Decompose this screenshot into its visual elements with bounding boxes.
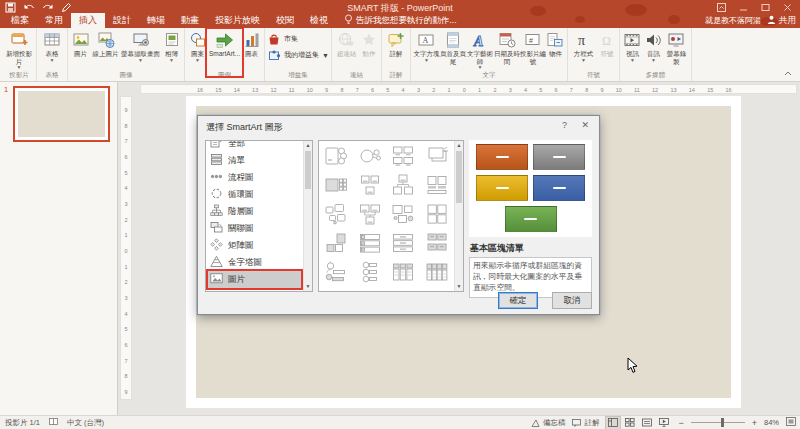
smartart-layout-thumb-stub[interactable]: [423, 289, 452, 292]
tab-插入[interactable]: 插入: [71, 13, 105, 28]
category-金字塔圖[interactable]: 金字塔圖: [206, 254, 303, 271]
smartart-layout-thumb-circle-rel[interactable]: [356, 144, 385, 168]
slide-thumbnail[interactable]: [13, 86, 110, 142]
smartart-layout-thumb-monitor[interactable]: [423, 144, 452, 168]
smartart-layout-thumb-tiles[interactable]: [423, 231, 452, 255]
tab-轉場[interactable]: 轉場: [139, 13, 173, 28]
share-button[interactable]: 共用: [767, 15, 796, 27]
smartart-layout-thumb-pic-block[interactable]: [322, 173, 351, 197]
zoom-in-icon[interactable]: +: [752, 418, 757, 428]
ribbon-display-options-icon[interactable]: [710, 0, 732, 14]
collapse-ribbon-icon[interactable]: [784, 69, 792, 78]
proofing-icon[interactable]: [49, 417, 58, 428]
smartart-layout-thumb-stub[interactable]: [322, 289, 351, 292]
video-button[interactable]: 視訊▼: [622, 29, 643, 71]
category-關聯圖[interactable]: 關聯圖: [206, 220, 303, 237]
smartart-layout-thumb-tree-down[interactable]: [356, 202, 385, 226]
help-icon[interactable]: ?: [562, 120, 567, 130]
category-scrollbar[interactable]: ▲ ▼: [303, 141, 312, 291]
slide-indicator[interactable]: 投影片 1/1: [5, 418, 40, 428]
scroll-down-icon[interactable]: ▼: [455, 282, 463, 291]
chart-button[interactable]: 圖表: [241, 29, 262, 71]
zoom-slider[interactable]: [691, 422, 745, 423]
smartart-layout-thumb-row-list[interactable]: [356, 231, 385, 255]
scroll-down-icon[interactable]: ▼: [304, 282, 312, 291]
photo-album-button[interactable]: 相簿▼: [161, 29, 182, 71]
zoom-level[interactable]: 84%: [764, 418, 779, 427]
store-button[interactable]: 市集: [267, 32, 329, 46]
new-slide-button[interactable]: 新增投影片▼: [4, 29, 34, 71]
category-矩陣圖[interactable]: 矩陣圖: [206, 237, 303, 254]
tab-設計[interactable]: 設計: [105, 13, 139, 28]
category-階層圖[interactable]: 階層圖: [206, 203, 303, 220]
gallery-scrollbar[interactable]: ▲ ▼: [454, 141, 463, 291]
undo-icon[interactable]: [23, 2, 35, 12]
smartart-layout-thumb-grid2x2[interactable]: [423, 202, 452, 226]
object-button[interactable]: 物件: [546, 29, 565, 71]
smartart-button[interactable]: SmartArt...: [208, 29, 241, 71]
tab-投影片放映[interactable]: 投影片放映: [207, 13, 268, 28]
smartart-layout-thumb-stub[interactable]: [389, 289, 418, 292]
view-normal-button[interactable]: [606, 417, 620, 429]
smartart-layout-thumb-l-blocks[interactable]: [322, 231, 351, 255]
slide-number-button[interactable]: #投影片編號: [520, 29, 546, 71]
picture-button[interactable]: 圖片: [70, 29, 91, 71]
save-icon[interactable]: [5, 2, 16, 13]
category-流程圖[interactable]: 流程圖: [206, 169, 303, 186]
smartart-layout-thumb-two-pane[interactable]: [423, 173, 452, 197]
redo-icon[interactable]: [42, 2, 54, 12]
notes-button[interactable]: 備忘稿: [531, 418, 566, 428]
category-清單[interactable]: 清單: [206, 152, 303, 169]
view-reading-button[interactable]: [640, 417, 654, 429]
smartart-layout-thumb-bubbles[interactable]: [322, 202, 351, 226]
close-icon[interactable]: ✕: [581, 120, 589, 130]
screen-recording-button[interactable]: 螢幕錄製: [664, 29, 689, 71]
category-圖片[interactable]: 圖片: [206, 271, 303, 288]
smartart-layout-thumb-person-flow[interactable]: [322, 260, 351, 284]
smartart-layout-thumb-stub[interactable]: [356, 289, 385, 292]
language-indicator[interactable]: 中文 (台灣): [67, 418, 104, 428]
comment-button[interactable]: 註解: [384, 29, 408, 71]
tab-校閱[interactable]: 校閱: [268, 13, 302, 28]
zoom-out-icon[interactable]: −: [678, 418, 683, 428]
my-addins-button[interactable]: 我的增益集▼: [267, 48, 329, 62]
scroll-up-icon[interactable]: ▲: [455, 141, 463, 150]
maximize-icon[interactable]: [754, 0, 776, 14]
scroll-up-icon[interactable]: ▲: [304, 141, 312, 150]
ok-button[interactable]: 確定: [498, 292, 538, 309]
zoom-slider-thumb[interactable]: [721, 418, 724, 427]
minimize-icon[interactable]: [732, 0, 754, 14]
smartart-layout-thumb-tree-two[interactable]: [356, 173, 385, 197]
smartart-layout-thumb-cap-grid[interactable]: [389, 144, 418, 168]
wordart-button[interactable]: A文字藝術師▼: [466, 29, 494, 71]
category-全部[interactable]: 全部: [206, 140, 303, 152]
category-循環圖[interactable]: 循環圖: [206, 186, 303, 203]
scrollbar-thumb[interactable]: [305, 151, 311, 189]
header-footer-button[interactable]: 頁首及頁尾: [440, 29, 466, 71]
smartart-layout-thumb-hier-pic[interactable]: [389, 173, 418, 197]
shapes-button[interactable]: 圖案▼: [187, 29, 208, 71]
tab-檢視[interactable]: 檢視: [302, 13, 336, 28]
date-time-button[interactable]: 日期及時間: [494, 29, 520, 71]
comments-button[interactable]: 註解: [572, 418, 599, 428]
equation-button[interactable]: π方程式▼: [570, 29, 597, 71]
smartart-layout-thumb-bend-list[interactable]: [322, 144, 351, 168]
view-sorter-button[interactable]: [623, 417, 637, 429]
scrollbar-thumb[interactable]: [456, 151, 462, 203]
view-slideshow-button[interactable]: [657, 417, 671, 429]
smartart-layout-thumb-cd-list[interactable]: [356, 260, 385, 284]
close-icon[interactable]: [776, 0, 798, 14]
tell-me-box[interactable]: 告訴我您想要執行的動作...: [336, 13, 465, 28]
tab-檔案[interactable]: 檔案: [3, 13, 37, 28]
screenshot-button[interactable]: 螢幕擷取畫面▼: [120, 29, 161, 71]
table-button[interactable]: 表格▼: [39, 29, 65, 71]
tab-常用[interactable]: 常用: [37, 13, 71, 28]
fit-to-window-icon[interactable]: [786, 417, 796, 428]
smartart-layout-thumb-wide-rows[interactable]: [389, 231, 418, 255]
smartart-layout-thumb-table3[interactable]: [389, 260, 418, 284]
smartart-layout-thumb-cluster[interactable]: [389, 202, 418, 226]
smartart-layout-thumb-table4[interactable]: [423, 260, 452, 284]
user-name[interactable]: 就是教不落阿湯: [705, 15, 761, 26]
tab-動畫[interactable]: 動畫: [173, 13, 207, 28]
audio-button[interactable]: 音訊▼: [643, 29, 664, 71]
